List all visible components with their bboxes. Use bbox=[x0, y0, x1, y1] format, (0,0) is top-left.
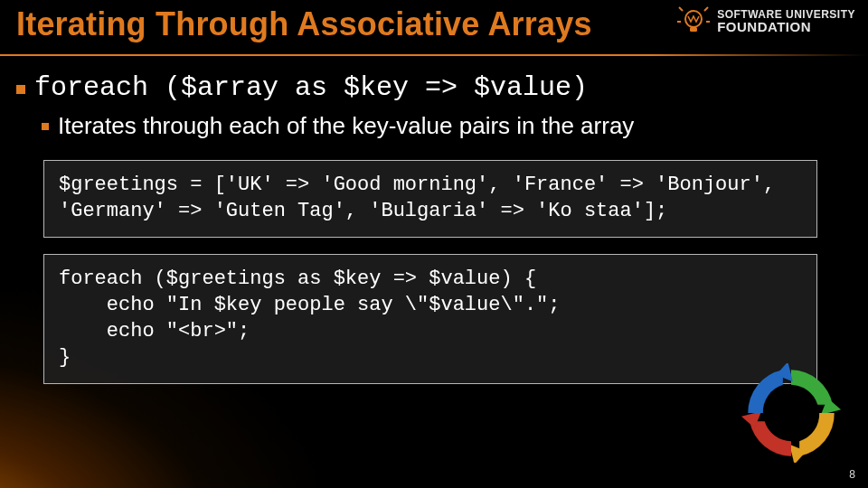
bullet-square-icon bbox=[16, 85, 25, 94]
title-underline bbox=[0, 54, 868, 56]
code-text: foreach ($greetings as $key => $value) {… bbox=[59, 266, 802, 371]
slide: Iterating Through Associative Arrays SOF… bbox=[0, 0, 868, 488]
brand-text: SOFTWARE UNIVERSITY FOUNDATION bbox=[717, 9, 855, 34]
code-block-1: $greetings = ['UK' => 'Good morning', 'F… bbox=[43, 160, 817, 238]
bullet1-text: foreach ($array as $key => $value) bbox=[34, 72, 588, 103]
code-text: $greetings = ['UK' => 'Good morning', 'F… bbox=[59, 172, 802, 224]
bullet2-text: Iterates through each of the key-value p… bbox=[58, 112, 634, 140]
slide-title: Iterating Through Associative Arrays bbox=[16, 5, 592, 43]
bullet-level1: foreach ($array as $key => $value) bbox=[16, 72, 823, 103]
brand-logo: SOFTWARE UNIVERSITY FOUNDATION bbox=[677, 5, 855, 38]
svg-rect-1 bbox=[690, 27, 697, 32]
svg-point-0 bbox=[685, 11, 702, 27]
bullet-level2: Iterates through each of the key-value p… bbox=[42, 112, 823, 140]
slide-body: foreach ($array as $key => $value) Itera… bbox=[16, 72, 823, 384]
brand-line2: FOUNDATION bbox=[717, 20, 855, 34]
page-number: 8 bbox=[849, 468, 855, 481]
lightbulb-icon bbox=[677, 5, 710, 38]
cycle-arrows-icon bbox=[741, 363, 841, 463]
bullet-square-icon bbox=[42, 123, 49, 130]
code-block-2: foreach ($greetings as $key => $value) {… bbox=[43, 254, 817, 384]
